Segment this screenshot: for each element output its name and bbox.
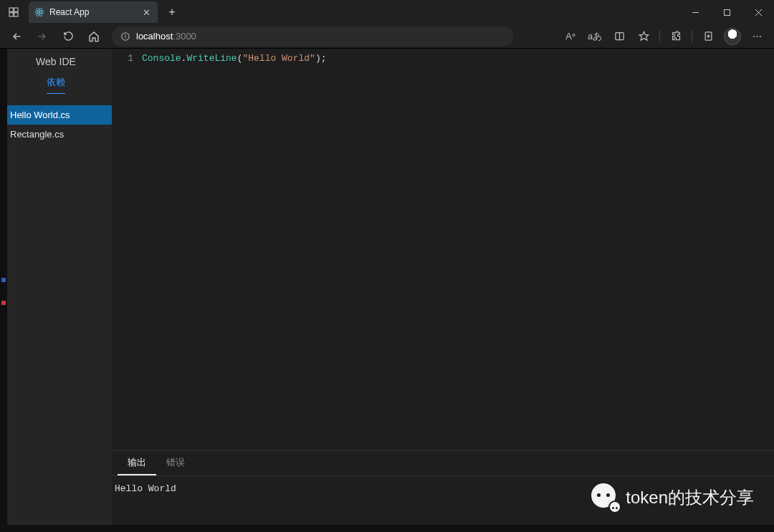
svg-point-16	[125, 34, 126, 35]
svg-rect-0	[9, 8, 13, 11]
window-close-button[interactable]	[742, 0, 774, 24]
address-bar[interactable]: localhost:3000	[112, 26, 513, 47]
nav-forward-button[interactable]	[32, 26, 53, 47]
site-info-icon[interactable]	[120, 32, 130, 42]
svg-rect-3	[14, 13, 18, 16]
sidebar-tab-deps[interactable]: 依赖	[47, 72, 65, 94]
nav-back-button[interactable]	[6, 26, 27, 47]
svg-rect-1	[14, 8, 18, 11]
tab-output[interactable]: 输出	[118, 451, 156, 475]
file-item-rectangle[interactable]: Rectangle.cs	[0, 125, 112, 144]
nav-home-button[interactable]	[83, 26, 105, 47]
toolbar-divider	[692, 30, 692, 43]
bottom-bar	[0, 525, 774, 532]
code-line[interactable]: Console.WriteLine("Hello World");	[142, 52, 326, 450]
split-screen-icon[interactable]	[608, 26, 631, 47]
app-workspace: Web IDE 依赖 Hello World.cs Rectangle.cs 1…	[0, 49, 774, 525]
svg-rect-2	[9, 13, 13, 16]
tab-errors[interactable]: 错误	[156, 451, 195, 475]
read-aloud-icon[interactable]: Aᵃ	[559, 26, 582, 47]
url-port: :3000	[173, 31, 196, 42]
url-host: localhost	[136, 31, 173, 42]
tab-close-icon[interactable]: ✕	[143, 7, 150, 18]
sidebar: Web IDE 依赖 Hello World.cs Rectangle.cs	[0, 49, 112, 525]
browser-toolbar: localhost:3000 Aᵃ aあ ⋯	[0, 24, 774, 49]
react-favicon-icon	[34, 7, 44, 17]
tab-title: React App	[49, 7, 138, 17]
editor-area: 1 Console.WriteLine("Hello World"); 输出 错…	[112, 49, 774, 525]
output-panel: Hello World	[112, 476, 774, 525]
svg-marker-19	[639, 32, 649, 40]
window-controls	[679, 0, 774, 24]
output-tabs: 输出 错误	[112, 451, 774, 476]
svg-point-4	[39, 11, 41, 14]
extensions-icon[interactable]	[664, 26, 687, 47]
output-text: Hello World	[115, 483, 176, 494]
toolbar-right-icons: Aᵃ aあ ⋯	[559, 26, 768, 47]
more-menu-button[interactable]: ⋯	[745, 26, 768, 47]
browser-logo-icon	[4, 3, 23, 21]
favorites-icon[interactable]	[632, 26, 655, 47]
toolbar-divider	[659, 30, 660, 43]
line-number: 1	[112, 53, 133, 64]
new-tab-button[interactable]: +	[162, 2, 182, 22]
profile-avatar[interactable]	[721, 26, 744, 47]
nav-refresh-button[interactable]	[57, 26, 79, 47]
sidebar-title: Web IDE	[0, 49, 112, 72]
svg-rect-9	[724, 9, 730, 15]
window-maximize-button[interactable]	[711, 0, 742, 24]
browser-tab[interactable]: React App ✕	[29, 1, 158, 23]
file-item-hello-world[interactable]: Hello World.cs	[0, 105, 112, 125]
collections-icon[interactable]	[697, 26, 720, 47]
window-minimize-button[interactable]	[679, 0, 711, 24]
translate-icon[interactable]: aあ	[583, 26, 606, 47]
code-editor[interactable]: 1 Console.WriteLine("Hello World");	[112, 49, 774, 451]
left-edge-strip	[0, 49, 7, 525]
line-gutter: 1	[112, 52, 142, 450]
browser-titlebar: React App ✕ +	[0, 0, 774, 24]
